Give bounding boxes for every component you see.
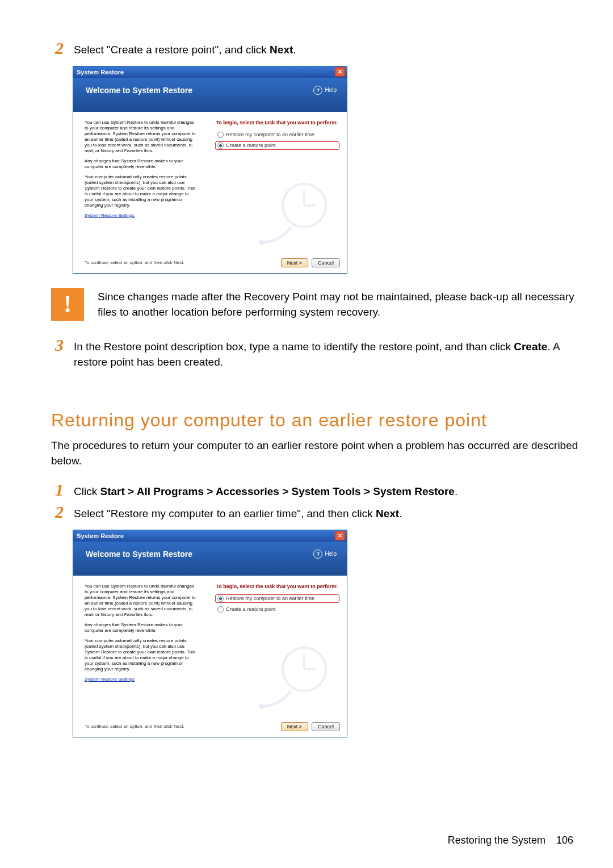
step-2-text: Select "Create a restore point", and cli… bbox=[74, 40, 579, 58]
svg-point-7 bbox=[259, 703, 264, 709]
dialog2-header-title: Welcome to System Restore bbox=[86, 550, 192, 559]
section-intro: The procedures to return your computer t… bbox=[51, 438, 579, 469]
help-label: Help bbox=[325, 551, 337, 557]
step-2-text-c: . bbox=[293, 44, 296, 56]
close-icon[interactable]: ✕ bbox=[335, 531, 345, 540]
dialog2-titlebar: System Restore ✕ bbox=[73, 530, 347, 542]
sec2-step-2: 2 Select "Restore my computer to an earl… bbox=[51, 504, 579, 522]
radio-create-2-label: Create a restore point bbox=[226, 606, 275, 612]
dialog2-title-text: System Restore bbox=[77, 532, 124, 539]
dialog1-footer: To continue, select an option, and then … bbox=[73, 254, 347, 273]
page-container: 2 Select "Create a restore point", and c… bbox=[0, 0, 613, 868]
sec2-step2-text-c: . bbox=[399, 508, 402, 519]
next-button[interactable]: Next > bbox=[281, 722, 308, 731]
dialog1-right-title: To begin, select the task that you want … bbox=[216, 120, 339, 125]
radio-create-1-label: Create a restore point bbox=[226, 142, 275, 148]
step-2-text-b: Next bbox=[270, 44, 293, 56]
step-3-text-b: Create bbox=[514, 341, 547, 353]
dialog2-left-p1: You can use System Restore to undo harmf… bbox=[85, 584, 196, 618]
dialog1-title-text: System Restore bbox=[77, 69, 124, 76]
step-3-text-a: In the Restore point description box, ty… bbox=[74, 341, 514, 353]
radio-restore-1-label: Restore my computer to an earlier time bbox=[226, 132, 314, 137]
system-restore-dialog-2: System Restore ✕ Welcome to System Resto… bbox=[73, 530, 347, 737]
radio-restore-2[interactable]: Restore my computer to an earlier time bbox=[216, 595, 339, 602]
dialog1-body: You can use System Restore to undo harmf… bbox=[73, 112, 347, 254]
radio-icon bbox=[217, 142, 224, 149]
dialog2-body: You can use System Restore to undo harmf… bbox=[73, 576, 347, 718]
page-number: 106 bbox=[556, 835, 573, 846]
help-link[interactable]: ? Help bbox=[313, 86, 337, 95]
dialog1-footer-hint: To continue, select an option, and then … bbox=[85, 260, 184, 265]
warning-callout: ! Since changes made after the Recovery … bbox=[51, 288, 579, 321]
dialog1-titlebar: System Restore ✕ bbox=[73, 66, 347, 78]
help-icon: ? bbox=[313, 550, 322, 559]
close-icon[interactable]: ✕ bbox=[335, 67, 345, 77]
sec2-step2-number: 2 bbox=[51, 504, 64, 521]
dialog1-buttons: Next > Cancel bbox=[281, 258, 340, 267]
dialog1-header-title: Welcome to System Restore bbox=[86, 86, 192, 95]
dialog1-left: You can use System Restore to undo harmf… bbox=[73, 112, 204, 254]
dialog1-left-p2: Any changes that System Restore makes to… bbox=[85, 158, 196, 170]
radio-create-1[interactable]: Create a restore point bbox=[216, 142, 339, 149]
warning-mark: ! bbox=[64, 290, 72, 318]
dialog2-left: You can use System Restore to undo harmf… bbox=[73, 576, 204, 718]
system-restore-settings-link[interactable]: System Restore Settings bbox=[85, 213, 135, 218]
sec2-step-1: 1 Click Start > All Programs > Accessori… bbox=[51, 481, 579, 500]
sec2-step1-prefix: Click bbox=[74, 485, 100, 497]
radio-restore-2-label: Restore my computer to an earlier time bbox=[226, 596, 314, 601]
radio-create-2[interactable]: Create a restore point bbox=[216, 606, 339, 613]
warning-text: Since changes made after the Recovery Po… bbox=[98, 288, 579, 320]
next-button[interactable]: Next > bbox=[281, 258, 308, 267]
step-2-text-a: Select "Create a restore point", and cli… bbox=[74, 44, 270, 56]
dialog2-right-title: To begin, select the task that you want … bbox=[216, 584, 339, 589]
dialog2-buttons: Next > Cancel bbox=[281, 722, 340, 731]
sec2-step1-suffix: . bbox=[455, 485, 457, 497]
dialog2-footer-hint: To continue, select an option, and then … bbox=[85, 724, 184, 729]
step-2: 2 Select "Create a restore point", and c… bbox=[51, 40, 579, 58]
radio-icon bbox=[217, 132, 224, 138]
sec2-step1-number: 1 bbox=[51, 481, 64, 498]
step-2-number: 2 bbox=[51, 40, 64, 57]
help-link[interactable]: ? Help bbox=[313, 550, 337, 559]
step-3: 3 In the Restore point description box, … bbox=[51, 337, 579, 370]
step-3-text: In the Restore point description box, ty… bbox=[74, 337, 579, 370]
dialog2-footer: To continue, select an option, and then … bbox=[73, 718, 347, 737]
section-heading: Returning your computer to an earlier re… bbox=[51, 410, 579, 431]
dialog1-header: Welcome to System Restore ? Help bbox=[73, 78, 347, 112]
dialog1-left-p1: You can use System Restore to undo harmf… bbox=[85, 120, 196, 154]
dialog2-right: To begin, select the task that you want … bbox=[204, 576, 347, 718]
sec2-step2-text: Select "Restore my computer to an earlie… bbox=[74, 504, 579, 522]
clock-watermark-icon bbox=[256, 638, 330, 712]
system-restore-dialog-1: System Restore ✕ Welcome to System Resto… bbox=[73, 66, 347, 274]
dialog2-header: Welcome to System Restore ? Help bbox=[73, 542, 347, 576]
sec2-step1-bold: Start > All Programs > Accessories > Sys… bbox=[100, 485, 454, 497]
cancel-button[interactable]: Cancel bbox=[312, 722, 340, 731]
radio-icon bbox=[217, 596, 224, 602]
footer-label: Restoring the System bbox=[448, 835, 545, 846]
help-icon: ? bbox=[313, 86, 322, 95]
radio-icon bbox=[217, 606, 224, 613]
sec2-step2-text-a: Select "Restore my computer to an earlie… bbox=[74, 508, 376, 519]
radio-restore-1[interactable]: Restore my computer to an earlier time bbox=[216, 131, 339, 139]
dialog2-left-p3: Your computer automatically creates rest… bbox=[85, 638, 196, 672]
clock-watermark-icon bbox=[256, 174, 330, 248]
system-restore-settings-link[interactable]: System Restore Settings bbox=[85, 677, 135, 682]
sec2-step2-text-b: Next bbox=[376, 508, 399, 519]
svg-point-3 bbox=[259, 240, 264, 245]
dialog1-right: To begin, select the task that you want … bbox=[204, 112, 347, 254]
page-footer: Restoring the System 106 bbox=[448, 835, 573, 846]
dialog1-left-p3: Your computer automatically creates rest… bbox=[85, 174, 196, 208]
warning-icon: ! bbox=[51, 288, 84, 321]
dialog2-left-p2: Any changes that System Restore makes to… bbox=[85, 622, 196, 634]
cancel-button[interactable]: Cancel bbox=[312, 258, 340, 267]
step-3-number: 3 bbox=[51, 337, 64, 354]
help-label: Help bbox=[325, 87, 337, 93]
sec2-step1-text: Click Start > All Programs > Accessories… bbox=[74, 481, 579, 500]
